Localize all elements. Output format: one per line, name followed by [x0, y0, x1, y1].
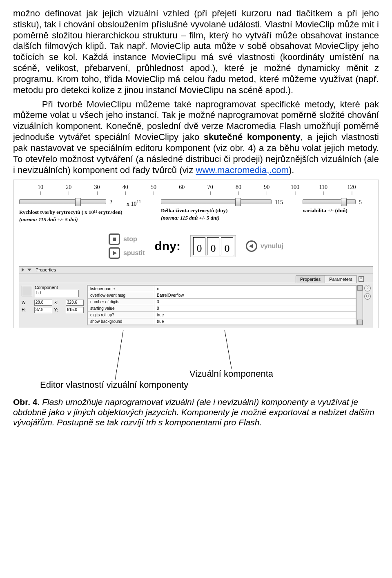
slider-label: Rychlost tvorby erytrocytů ( x 10¹¹ eryt…	[19, 209, 147, 216]
odometer: 0 0 0	[190, 235, 236, 257]
figure-callouts: Vizuální komponenta Editor vlastností vi…	[13, 330, 379, 391]
dim-label: Y:	[54, 308, 64, 312]
ruler-tick: 60	[179, 184, 185, 191]
table-row[interactable]: digits roll up?true	[88, 312, 356, 318]
odometer-digit: 0	[193, 237, 205, 255]
slider-label: variabilita +/- (dnů)	[303, 207, 373, 214]
ruler-tick: 20	[66, 184, 71, 191]
callout-editor: Editor vlastností vizuální komponenty	[40, 380, 188, 390]
reset-button[interactable]: vynuluj	[246, 240, 283, 252]
component-icon	[22, 286, 32, 296]
caption-number: Obr. 4.	[13, 397, 40, 407]
reset-icon	[246, 240, 257, 252]
ruler-tick: 80	[236, 184, 241, 191]
table-row[interactable]: show backgroundtrue	[88, 318, 356, 325]
tab-parameters[interactable]: Parameters	[325, 275, 357, 283]
table-row[interactable]: overflow event msgBarrelOverflow	[88, 292, 356, 299]
slider-rychlost: 2 x 1011 Rychlost tvorby erytrocytů ( x …	[19, 199, 147, 223]
paragraph-1: možno definovat jak jejich vizuální vzhl…	[13, 8, 379, 96]
inspector-left: Component bd W:28.8 X:323.6 H:37.8 Y:615…	[22, 285, 84, 325]
help-icon[interactable]: ⊙	[364, 293, 371, 300]
para2-c: ).	[289, 165, 294, 175]
slider-label: Délka života erytrocytů (dny)	[161, 207, 289, 214]
table-row[interactable]: number of digits3	[88, 299, 356, 305]
parameters-table: listener namex overflow event msgBarrelO…	[87, 285, 363, 325]
slider-value: 5	[359, 199, 373, 206]
panel-menu-icon[interactable]: ≡	[359, 276, 364, 282]
macromedia-link[interactable]: www.macromedia,.com	[196, 165, 289, 175]
ruler-tick: 90	[264, 184, 270, 191]
paragraph-2: Při tvorbě MovieClipu můžeme také naprog…	[13, 99, 379, 176]
caption-text: Flash umožňuje naprogramovat vizuální (a…	[13, 397, 374, 427]
reset-label: vynuluj	[261, 242, 283, 250]
dim-label: W:	[22, 300, 32, 305]
para2-bold: skutečné komponenty	[204, 132, 301, 142]
tab-properties[interactable]: Properties	[296, 275, 325, 283]
slider-track[interactable]	[19, 199, 106, 204]
callout-component: Vizuální komponenta	[189, 369, 273, 379]
play-label: spustit	[123, 249, 145, 257]
instance-name-input[interactable]: bd	[35, 290, 79, 297]
ruler-tick: 120	[347, 184, 356, 191]
slider-delka: 115 Délka života erytrocytů (dny) (norma…	[161, 199, 289, 221]
ruler-tick: 30	[94, 184, 100, 191]
timeline-ruler: 10 20 30 40 50 60 70 80 90 100 110 120	[19, 184, 373, 195]
controls-row: stop spustit dny: 0 0 0 vynuluj	[19, 233, 373, 259]
slider-track[interactable]	[161, 199, 272, 204]
dim-x-input[interactable]: 323.6	[66, 300, 84, 306]
dim-w-input[interactable]: 28.8	[34, 300, 52, 306]
dim-h-input[interactable]: 37.8	[34, 307, 52, 313]
slider-variabilita: 5 variabilita +/- (dnů)	[303, 199, 373, 214]
dny-label: dny:	[155, 239, 180, 253]
ruler-tick: 110	[319, 184, 327, 191]
figure-caption: Obr. 4. Flash umožňuje naprogramovat viz…	[13, 397, 379, 428]
component-type-label: Component	[35, 285, 79, 290]
table-row[interactable]: starting value0	[88, 305, 356, 312]
slider-note: (norma: 115 dnů +/- 5 dní)	[19, 216, 147, 223]
figure-4: 10 20 30 40 50 60 70 80 90 100 110 120 2	[13, 180, 379, 328]
ruler-tick: 40	[122, 184, 128, 191]
ruler-tick: 10	[38, 184, 43, 191]
slider-note: (norma: 115 dnů +/- 5 dní)	[161, 215, 289, 221]
svg-line-0	[225, 330, 232, 369]
ruler-tick: 70	[207, 184, 213, 191]
dim-label: H:	[22, 308, 32, 312]
table-row[interactable]: listener namex	[88, 286, 356, 292]
slider-value: 115	[275, 199, 289, 206]
play-icon	[109, 247, 120, 259]
slider-exp: x 1011	[127, 199, 147, 207]
slider-track[interactable]	[303, 199, 356, 204]
slider-value: 2	[109, 199, 123, 206]
collapse-icon[interactable]	[27, 269, 31, 271]
property-inspector: Properties Properties Parameters ≡ Compo…	[19, 266, 373, 328]
panel-title: Properties	[36, 267, 56, 272]
ruler-tick: 100	[291, 184, 299, 191]
svg-line-1	[115, 330, 123, 380]
scrollbar[interactable]	[356, 285, 363, 325]
sliders-row: 2 x 1011 Rychlost tvorby erytrocytů ( x …	[19, 199, 373, 223]
stop-label: stop	[123, 236, 137, 243]
slider-thumb-icon[interactable]	[235, 198, 241, 206]
stop-button[interactable]: stop	[109, 233, 145, 245]
dim-label: X:	[54, 300, 64, 305]
info-icon[interactable]: ?	[364, 285, 371, 291]
odometer-digit: 0	[221, 237, 233, 255]
slider-thumb-icon[interactable]	[75, 198, 81, 206]
expand-icon[interactable]	[22, 268, 24, 272]
ruler-tick: 50	[151, 184, 156, 191]
slider-thumb-icon[interactable]	[341, 198, 347, 206]
odometer-digit: 0	[207, 237, 219, 255]
dim-y-input[interactable]: 615.0	[66, 307, 84, 313]
stop-icon	[109, 233, 120, 245]
play-button[interactable]: spustit	[109, 247, 145, 259]
